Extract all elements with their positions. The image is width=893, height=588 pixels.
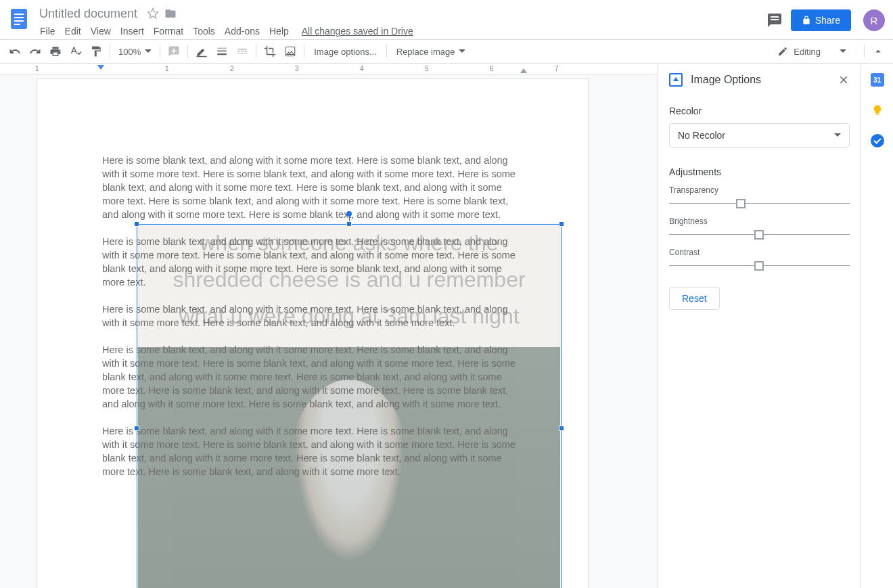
svg-rect-9 [238,49,248,49]
image-options-panel: Image Options Recolor No Recolor Adjustm… [658,64,861,588]
menu-addons[interactable]: Add-ons [220,23,265,39]
reset-button[interactable]: Reset [669,287,720,310]
caret-down-icon [840,48,846,55]
svg-rect-16 [244,53,246,53]
caret-down-icon [834,132,841,139]
avatar[interactable]: R [863,9,885,31]
pencil-icon [777,46,788,57]
paragraph: Here is some blank text, and along with … [102,235,516,289]
menu-view[interactable]: View [86,23,116,39]
docs-logo[interactable] [5,5,32,32]
border-weight-button[interactable] [212,42,231,61]
svg-rect-12 [245,51,247,51]
ruler[interactable]: 1 1 2 3 4 5 6 7 [0,64,658,74]
svg-rect-14 [240,53,242,53]
share-button[interactable]: Share [791,9,851,31]
svg-rect-4 [14,24,20,25]
crop-button[interactable] [260,42,279,61]
svg-rect-5 [197,56,207,58]
border-dash-button[interactable] [233,42,252,61]
close-icon[interactable] [838,74,850,86]
share-label: Share [815,15,840,26]
adjustments-label: Adjustments [669,166,850,177]
redo-button[interactable] [26,42,45,61]
addcomment-button [164,42,183,61]
folder-icon[interactable] [164,7,177,20]
svg-rect-10 [238,51,240,51]
svg-rect-17 [246,53,248,53]
transparency-label: Transparency [669,185,850,195]
print-button[interactable] [46,42,65,61]
paragraph: Here is some blank text, and along with … [102,302,516,330]
svg-rect-2 [14,17,24,18]
page: when someone asks where the shredded che… [37,78,589,588]
editing-mode-dropdown[interactable]: Editing [764,46,860,57]
panel-title: Image Options [691,74,829,86]
star-icon[interactable] [147,7,159,20]
replace-image-button[interactable]: Replace image [391,47,472,57]
brightness-label: Brightness [669,217,850,226]
document-text: Here is some blank text, and along with … [102,154,516,492]
svg-rect-15 [242,53,244,53]
image-options-button[interactable]: Image options... [308,47,382,57]
border-color-button[interactable] [192,42,211,61]
svg-rect-7 [218,51,227,52]
image-icon [669,73,683,87]
svg-rect-13 [238,53,239,53]
paragraph: Here is some blank text, and along with … [102,424,516,478]
menu-edit[interactable]: Edit [60,23,86,39]
header: Untitled document File Edit View Insert … [0,0,893,39]
undo-button[interactable] [5,42,24,61]
paragraph: Here is some blank text, and along with … [102,154,516,221]
recolor-label: Recolor [669,106,850,116]
side-rail: 31 [861,64,893,588]
menu-help[interactable]: Help [265,23,294,39]
svg-rect-0 [11,9,27,29]
lock-icon [802,16,811,25]
recolor-select[interactable]: No Recolor [669,123,850,148]
saved-status[interactable]: All changes saved in Drive [302,26,413,37]
tasks-icon[interactable] [871,134,884,148]
document-canvas[interactable]: 1 1 2 3 4 5 6 7 when someone asks where … [0,64,658,588]
contrast-slider[interactable] [669,260,850,271]
brightness-slider[interactable] [669,229,850,240]
menu-bar: File Edit View Insert Format Tools Add-o… [35,23,766,39]
svg-rect-3 [14,20,24,22]
svg-rect-11 [242,51,244,51]
menu-insert[interactable]: Insert [116,23,149,39]
zoom-dropdown[interactable]: 100% [114,47,156,57]
right-indent-marker[interactable] [520,68,527,73]
svg-rect-8 [218,53,227,55]
reset-image-button[interactable] [281,42,300,61]
hide-menus-button[interactable] [869,42,888,61]
transparency-slider[interactable] [669,198,850,208]
svg-rect-1 [14,14,24,15]
calendar-icon[interactable]: 31 [871,73,884,87]
left-indent-marker[interactable] [97,65,104,70]
spellcheck-button[interactable] [66,42,85,61]
paragraph: Here is some blank text, and along with … [102,343,516,411]
paint-format-button[interactable] [87,42,106,61]
svg-rect-6 [218,48,227,49]
toolbar: 100% Image options... Replace image Edit… [0,39,893,64]
menu-file[interactable]: File [35,23,60,39]
menu-format[interactable]: Format [149,23,188,39]
keep-icon[interactable] [871,103,884,118]
contrast-label: Contrast [669,248,850,257]
document-title[interactable]: Untitled document [35,5,141,22]
comments-icon[interactable] [766,12,783,28]
menu-tools[interactable]: Tools [188,23,220,39]
